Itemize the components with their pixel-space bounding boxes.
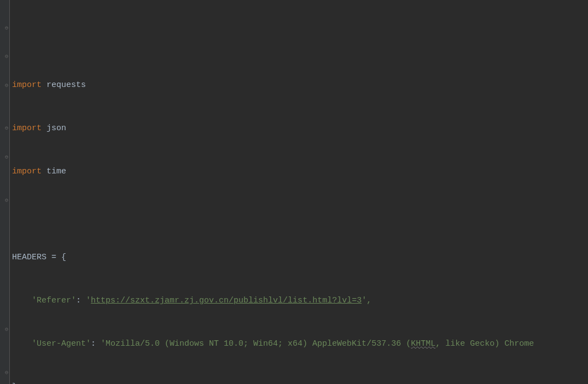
code-line [12, 208, 588, 222]
gutter: ⊖ ⊖ ⊖ ⊖ ⊖ ⊖ ⊖ ⊖ [0, 0, 10, 384]
fold-icon[interactable]: ⊖ [5, 196, 8, 206]
code-area[interactable]: import requests import json import time … [10, 0, 588, 384]
fold-icon[interactable]: ⊖ [5, 81, 8, 91]
fold-end-icon[interactable]: ⊖ [5, 52, 8, 62]
fold-end-icon[interactable]: ⊖ [5, 124, 8, 133]
code-line: } [12, 380, 588, 385]
code-line: 'Referer': 'https://szxt.zjamr.zj.gov.cn… [12, 294, 588, 308]
code-line: HEADERS = { [12, 251, 588, 265]
code-line: import json [12, 121, 588, 136]
code-line: import time [12, 165, 588, 179]
fold-icon[interactable]: ⊖ [5, 153, 8, 162]
fold-end-icon[interactable]: ⊖ [5, 368, 8, 378]
code-line: import requests [12, 78, 588, 92]
code-line: 'User-Agent': 'Mozilla/5.0 (Windows NT 1… [12, 337, 588, 351]
fold-icon[interactable]: ⊖ [5, 24, 8, 33]
code-line [12, 36, 588, 50]
fold-end-icon[interactable]: ⊖ [5, 325, 8, 335]
code-editor: ⊖ ⊖ ⊖ ⊖ ⊖ ⊖ ⊖ ⊖ import requests import j… [0, 0, 588, 384]
